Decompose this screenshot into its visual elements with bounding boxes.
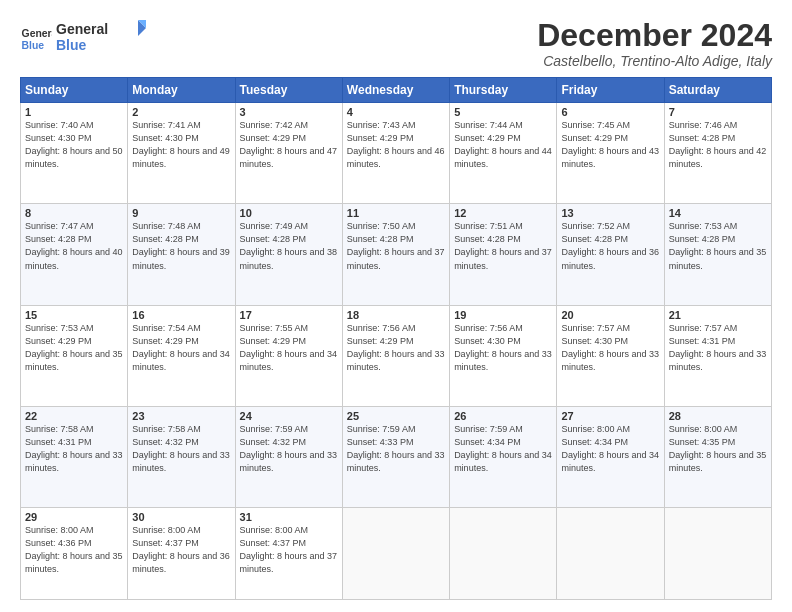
logo-svg: General Blue [56,18,146,56]
cell-info: Sunrise: 7:45 AM Sunset: 4:29 PM Dayligh… [561,119,659,171]
table-row: 13 Sunrise: 7:52 AM Sunset: 4:28 PM Dayl… [557,204,664,305]
day-number: 2 [132,106,230,118]
cell-info: Sunrise: 7:59 AM Sunset: 4:34 PM Dayligh… [454,423,552,475]
cell-info: Sunrise: 7:57 AM Sunset: 4:30 PM Dayligh… [561,322,659,374]
cell-info: Sunrise: 7:52 AM Sunset: 4:28 PM Dayligh… [561,220,659,272]
day-number: 10 [240,207,338,219]
table-row: 11 Sunrise: 7:50 AM Sunset: 4:28 PM Dayl… [342,204,449,305]
cell-info: Sunrise: 7:59 AM Sunset: 4:33 PM Dayligh… [347,423,445,475]
table-row: 28 Sunrise: 8:00 AM Sunset: 4:35 PM Dayl… [664,406,771,507]
table-row: 17 Sunrise: 7:55 AM Sunset: 4:29 PM Dayl… [235,305,342,406]
day-number: 24 [240,410,338,422]
table-row: 30 Sunrise: 8:00 AM Sunset: 4:37 PM Dayl… [128,507,235,599]
day-number: 30 [132,511,230,523]
cell-info: Sunrise: 8:00 AM Sunset: 4:36 PM Dayligh… [25,524,123,576]
cell-info: Sunrise: 8:00 AM Sunset: 4:37 PM Dayligh… [132,524,230,576]
calendar-week-row: 1 Sunrise: 7:40 AM Sunset: 4:30 PM Dayli… [21,103,772,204]
col-tuesday: Tuesday [235,78,342,103]
table-row: 2 Sunrise: 7:41 AM Sunset: 4:30 PM Dayli… [128,103,235,204]
day-number: 19 [454,309,552,321]
table-row: 20 Sunrise: 7:57 AM Sunset: 4:30 PM Dayl… [557,305,664,406]
day-number: 15 [25,309,123,321]
table-row [450,507,557,599]
cell-info: Sunrise: 7:53 AM Sunset: 4:29 PM Dayligh… [25,322,123,374]
day-number: 8 [25,207,123,219]
cell-info: Sunrise: 7:41 AM Sunset: 4:30 PM Dayligh… [132,119,230,171]
cell-info: Sunrise: 8:00 AM Sunset: 4:34 PM Dayligh… [561,423,659,475]
calendar-week-row: 29 Sunrise: 8:00 AM Sunset: 4:36 PM Dayl… [21,507,772,599]
calendar-week-row: 8 Sunrise: 7:47 AM Sunset: 4:28 PM Dayli… [21,204,772,305]
table-row: 3 Sunrise: 7:42 AM Sunset: 4:29 PM Dayli… [235,103,342,204]
col-saturday: Saturday [664,78,771,103]
cell-info: Sunrise: 7:56 AM Sunset: 4:30 PM Dayligh… [454,322,552,374]
cell-info: Sunrise: 7:43 AM Sunset: 4:29 PM Dayligh… [347,119,445,171]
cell-info: Sunrise: 7:40 AM Sunset: 4:30 PM Dayligh… [25,119,123,171]
table-row: 8 Sunrise: 7:47 AM Sunset: 4:28 PM Dayli… [21,204,128,305]
calendar-table: Sunday Monday Tuesday Wednesday Thursday… [20,77,772,600]
title-area: December 2024 Castelbello, Trentino-Alto… [537,18,772,69]
day-number: 9 [132,207,230,219]
day-number: 18 [347,309,445,321]
cell-info: Sunrise: 7:51 AM Sunset: 4:28 PM Dayligh… [454,220,552,272]
cell-info: Sunrise: 7:50 AM Sunset: 4:28 PM Dayligh… [347,220,445,272]
table-row [557,507,664,599]
cell-info: Sunrise: 7:58 AM Sunset: 4:32 PM Dayligh… [132,423,230,475]
day-number: 4 [347,106,445,118]
logo: General Blue General Blue [20,18,146,60]
cell-info: Sunrise: 7:59 AM Sunset: 4:32 PM Dayligh… [240,423,338,475]
table-row: 25 Sunrise: 7:59 AM Sunset: 4:33 PM Dayl… [342,406,449,507]
day-number: 6 [561,106,659,118]
day-number: 22 [25,410,123,422]
day-number: 7 [669,106,767,118]
cell-info: Sunrise: 7:54 AM Sunset: 4:29 PM Dayligh… [132,322,230,374]
table-row: 9 Sunrise: 7:48 AM Sunset: 4:28 PM Dayli… [128,204,235,305]
table-row: 24 Sunrise: 7:59 AM Sunset: 4:32 PM Dayl… [235,406,342,507]
day-number: 3 [240,106,338,118]
cell-info: Sunrise: 7:55 AM Sunset: 4:29 PM Dayligh… [240,322,338,374]
day-number: 26 [454,410,552,422]
svg-text:Blue: Blue [56,37,87,53]
month-title: December 2024 [537,18,772,53]
cell-info: Sunrise: 7:58 AM Sunset: 4:31 PM Dayligh… [25,423,123,475]
calendar-week-row: 22 Sunrise: 7:58 AM Sunset: 4:31 PM Dayl… [21,406,772,507]
cell-info: Sunrise: 7:49 AM Sunset: 4:28 PM Dayligh… [240,220,338,272]
col-sunday: Sunday [21,78,128,103]
cell-info: Sunrise: 7:44 AM Sunset: 4:29 PM Dayligh… [454,119,552,171]
day-number: 27 [561,410,659,422]
table-row: 22 Sunrise: 7:58 AM Sunset: 4:31 PM Dayl… [21,406,128,507]
table-row: 19 Sunrise: 7:56 AM Sunset: 4:30 PM Dayl… [450,305,557,406]
cell-info: Sunrise: 7:46 AM Sunset: 4:28 PM Dayligh… [669,119,767,171]
table-row: 21 Sunrise: 7:57 AM Sunset: 4:31 PM Dayl… [664,305,771,406]
cell-info: Sunrise: 7:48 AM Sunset: 4:28 PM Dayligh… [132,220,230,272]
location: Castelbello, Trentino-Alto Adige, Italy [537,53,772,69]
svg-text:General: General [22,28,52,39]
cell-info: Sunrise: 8:00 AM Sunset: 4:35 PM Dayligh… [669,423,767,475]
table-row: 12 Sunrise: 7:51 AM Sunset: 4:28 PM Dayl… [450,204,557,305]
day-number: 29 [25,511,123,523]
table-row: 4 Sunrise: 7:43 AM Sunset: 4:29 PM Dayli… [342,103,449,204]
table-row: 27 Sunrise: 8:00 AM Sunset: 4:34 PM Dayl… [557,406,664,507]
day-number: 23 [132,410,230,422]
cell-info: Sunrise: 8:00 AM Sunset: 4:37 PM Dayligh… [240,524,338,576]
day-number: 11 [347,207,445,219]
logo-icon: General Blue [20,23,52,55]
table-row [342,507,449,599]
header-row: Sunday Monday Tuesday Wednesday Thursday… [21,78,772,103]
table-row: 14 Sunrise: 7:53 AM Sunset: 4:28 PM Dayl… [664,204,771,305]
day-number: 21 [669,309,767,321]
day-number: 20 [561,309,659,321]
day-number: 13 [561,207,659,219]
table-row: 16 Sunrise: 7:54 AM Sunset: 4:29 PM Dayl… [128,305,235,406]
col-monday: Monday [128,78,235,103]
day-number: 1 [25,106,123,118]
cell-info: Sunrise: 7:57 AM Sunset: 4:31 PM Dayligh… [669,322,767,374]
table-row: 7 Sunrise: 7:46 AM Sunset: 4:28 PM Dayli… [664,103,771,204]
day-number: 5 [454,106,552,118]
table-row: 29 Sunrise: 8:00 AM Sunset: 4:36 PM Dayl… [21,507,128,599]
day-number: 14 [669,207,767,219]
table-row: 5 Sunrise: 7:44 AM Sunset: 4:29 PM Dayli… [450,103,557,204]
cell-info: Sunrise: 7:53 AM Sunset: 4:28 PM Dayligh… [669,220,767,272]
svg-text:Blue: Blue [22,40,45,51]
page: General Blue General Blue December 2024 … [0,0,792,612]
table-row: 1 Sunrise: 7:40 AM Sunset: 4:30 PM Dayli… [21,103,128,204]
